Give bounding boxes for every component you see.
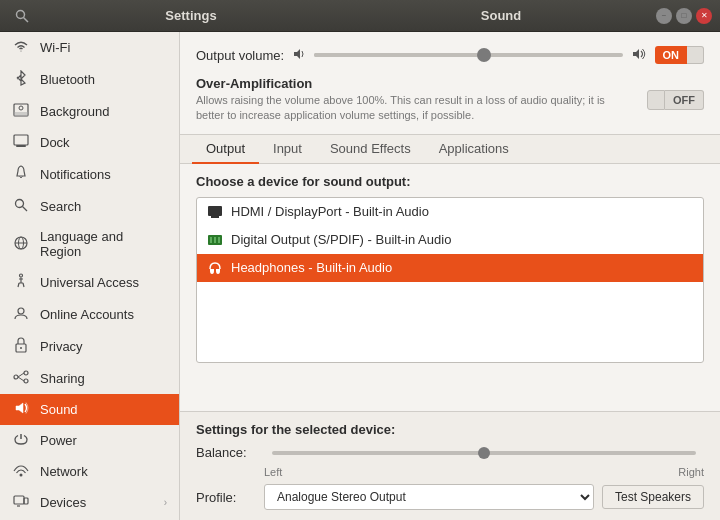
- sidebar-item-language[interactable]: Language and Region: [0, 222, 179, 266]
- volume-toggle[interactable]: ON: [655, 46, 705, 64]
- volume-row: Output volume:: [196, 46, 704, 64]
- over-amp-off-button[interactable]: OFF: [665, 90, 704, 110]
- sidebar-item-online[interactable]: Online Accounts: [0, 299, 179, 330]
- sidebar-item-privacy[interactable]: Privacy: [0, 330, 179, 363]
- dock-icon: [12, 134, 30, 151]
- sidebar-item-label-devices: Devices: [40, 495, 154, 510]
- wifi-icon: [12, 39, 30, 56]
- svg-rect-33: [218, 237, 220, 243]
- over-amp-title: Over-Amplification: [196, 76, 635, 91]
- volume-on-button[interactable]: ON: [655, 46, 688, 64]
- titlebar-settings-label: Settings: [36, 8, 346, 23]
- sidebar-item-sharing[interactable]: Sharing: [0, 363, 179, 394]
- sidebar-item-label-dock: Dock: [40, 135, 167, 150]
- device-item-digital[interactable]: Digital Output (S/PDIF) - Built-in Audio: [197, 226, 703, 254]
- sound-icon: [12, 401, 30, 418]
- over-amp-text: Over-Amplification Allows raising the vo…: [196, 76, 635, 124]
- svg-rect-22: [14, 496, 24, 504]
- sidebar-item-label-sound: Sound: [40, 402, 167, 417]
- svg-point-7: [16, 200, 24, 208]
- sidebar-item-label-online: Online Accounts: [40, 307, 167, 322]
- minimize-button[interactable]: −: [656, 8, 672, 24]
- online-icon: [12, 306, 30, 323]
- bluetooth-icon: [12, 70, 30, 89]
- sidebar-item-label-sharing: Sharing: [40, 371, 167, 386]
- search-icon[interactable]: [8, 2, 36, 30]
- tab-sound-effects[interactable]: Sound Effects: [316, 135, 425, 164]
- sidebar-item-notifications[interactable]: Notifications: [0, 158, 179, 191]
- volume-slider-fill: [314, 53, 484, 57]
- profile-label: Profile:: [196, 490, 256, 505]
- balance-label: Balance:: [196, 445, 256, 460]
- device-item-headphones[interactable]: Headphones - Built-in Audio: [197, 254, 703, 282]
- content-area: Output volume:: [180, 32, 720, 520]
- svg-point-0: [17, 10, 25, 18]
- sidebar-item-label-bluetooth: Bluetooth: [40, 72, 167, 87]
- close-button[interactable]: ✕: [696, 8, 712, 24]
- svg-point-21: [20, 474, 23, 477]
- sidebar-item-devices[interactable]: Devices ›: [0, 487, 179, 518]
- titlebar-section-title: Sound: [481, 8, 521, 23]
- sidebar-item-wifi[interactable]: Wi-Fi: [0, 32, 179, 63]
- svg-rect-5: [14, 135, 28, 145]
- universal-icon: [12, 273, 30, 292]
- svg-line-19: [18, 373, 24, 377]
- device-item-label-hdmi: HDMI / DisplayPort - Built-in Audio: [231, 204, 429, 219]
- over-amp-desc: Allows raising the volume above 100%. Th…: [196, 93, 635, 124]
- sidebar-item-sound[interactable]: Sound: [0, 394, 179, 425]
- settings-title: Settings for the selected device:: [196, 422, 704, 437]
- svg-line-20: [18, 377, 24, 381]
- profile-select[interactable]: Analogue Stereo Output Digital Stereo Ou…: [264, 484, 594, 510]
- balance-slider-track[interactable]: [272, 451, 696, 455]
- sidebar-item-label-notifications: Notifications: [40, 167, 167, 182]
- tab-input[interactable]: Input: [259, 135, 316, 164]
- svg-rect-31: [210, 237, 212, 243]
- maximize-button[interactable]: □: [676, 8, 692, 24]
- tab-applications[interactable]: Applications: [425, 135, 523, 164]
- sidebar-item-dock[interactable]: Dock: [0, 127, 179, 158]
- svg-point-17: [24, 379, 28, 383]
- sidebar-item-power[interactable]: Power: [0, 425, 179, 456]
- volume-off-part: [687, 46, 704, 64]
- svg-rect-23: [24, 498, 28, 504]
- volume-low-icon: [292, 47, 306, 64]
- sidebar-item-label-privacy: Privacy: [40, 339, 167, 354]
- sidebar-item-universal[interactable]: Universal Access: [0, 266, 179, 299]
- test-speakers-button[interactable]: Test Speakers: [602, 485, 704, 509]
- volume-slider-track[interactable]: [314, 53, 622, 57]
- svg-rect-29: [211, 216, 219, 218]
- balance-slider-thumb[interactable]: [478, 447, 490, 459]
- svg-rect-6: [16, 145, 26, 147]
- balance-left-label: Left: [264, 466, 282, 478]
- svg-rect-28: [208, 206, 222, 216]
- sidebar-item-bluetooth[interactable]: Bluetooth: [0, 63, 179, 96]
- svg-rect-3: [14, 112, 28, 116]
- tab-output[interactable]: Output: [192, 135, 259, 164]
- background-icon: [12, 103, 30, 120]
- power-icon: [12, 432, 30, 449]
- notifications-icon: [12, 165, 30, 184]
- svg-point-16: [24, 371, 28, 375]
- sidebar-item-label-power: Power: [40, 433, 167, 448]
- sidebar-item-search[interactable]: Search: [0, 191, 179, 222]
- sidebar-item-background[interactable]: Background: [0, 96, 179, 127]
- language-icon: [12, 236, 30, 253]
- svg-point-12: [20, 274, 23, 277]
- device-item-hdmi[interactable]: HDMI / DisplayPort - Built-in Audio: [197, 198, 703, 226]
- over-amp-toggle[interactable]: OFF: [647, 90, 704, 110]
- sidebar-item-network[interactable]: Network: [0, 456, 179, 487]
- sidebar-item-label-wifi: Wi-Fi: [40, 40, 167, 55]
- over-amp-section: Over-Amplification Allows raising the vo…: [196, 76, 704, 124]
- svg-point-4: [19, 106, 23, 110]
- network-icon: [12, 463, 30, 480]
- volume-high-icon: [631, 47, 647, 64]
- digital-icon: [207, 232, 223, 248]
- balance-labels: Left Right: [264, 466, 704, 478]
- device-list-empty: [197, 282, 703, 362]
- titlebar: Settings Sound − □ ✕: [0, 0, 720, 32]
- bottom-settings: Settings for the selected device: Balanc…: [180, 411, 720, 520]
- devices-arrow-icon: ›: [164, 497, 167, 508]
- search-sidebar-icon: [12, 198, 30, 215]
- volume-slider-thumb[interactable]: [477, 48, 491, 62]
- sidebar-item-label-universal: Universal Access: [40, 275, 167, 290]
